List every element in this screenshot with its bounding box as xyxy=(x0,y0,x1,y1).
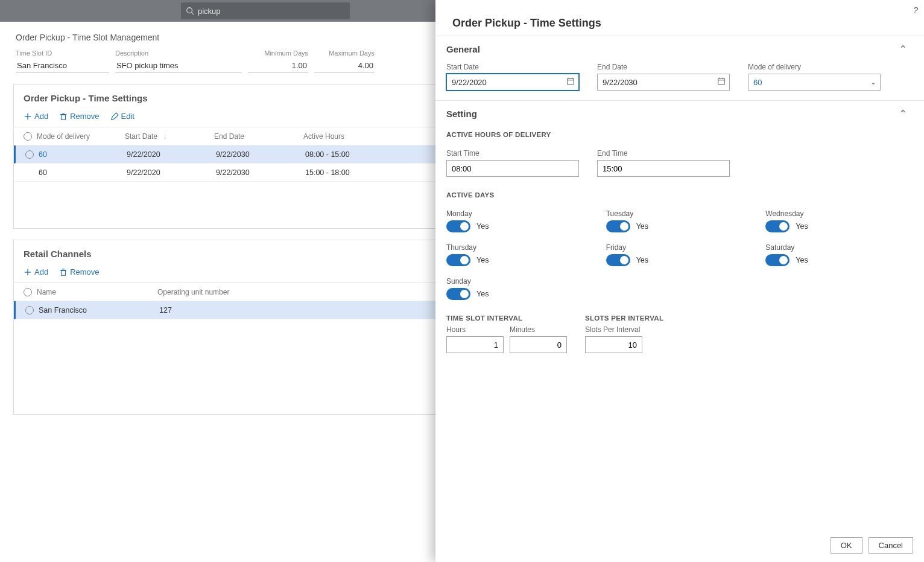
add-channel-label: Add xyxy=(34,267,48,276)
col-mode[interactable]: Mode of delivery xyxy=(37,132,125,141)
toggle-monday-value: Yes xyxy=(476,222,489,231)
toggle-monday[interactable] xyxy=(446,220,470,232)
max-days-label: Maximum Days xyxy=(314,49,375,57)
toggle-sunday[interactable] xyxy=(446,288,470,300)
min-days-value[interactable]: 1.00 xyxy=(248,59,308,73)
svg-rect-4 xyxy=(62,115,66,120)
col-name[interactable]: Name xyxy=(37,288,157,296)
start-date-label: Start Date xyxy=(446,63,579,71)
dialog-footer: OK Cancel xyxy=(435,529,924,562)
section-general-body: Start Date 9/22/2020 End Date 9/22/2030 … xyxy=(435,60,924,100)
col-end[interactable]: End Date xyxy=(214,132,303,141)
plus-icon xyxy=(24,112,32,121)
toggle-wednesday-value: Yes xyxy=(796,222,808,231)
description-value[interactable]: SFO pickup times xyxy=(115,59,242,73)
mode-value: 60 xyxy=(753,78,762,87)
hours-input[interactable] xyxy=(446,336,504,353)
toggle-friday-value: Yes xyxy=(636,256,648,264)
dialog-title: Order Pickup - Time Settings xyxy=(452,17,601,30)
day-sunday: Sunday Yes xyxy=(446,277,588,300)
mode-dropdown[interactable]: 60 ⌄ xyxy=(748,74,881,91)
description-label: Description xyxy=(115,49,242,57)
toggle-wednesday[interactable] xyxy=(765,220,790,232)
pencil-icon xyxy=(110,112,119,121)
slots-heading: SLOTS PER INTERVAL xyxy=(585,315,663,322)
row-hours: 15:00 - 18:00 xyxy=(305,168,378,177)
start-time-label: Start Time xyxy=(446,149,579,158)
section-setting-label: Setting xyxy=(446,109,477,119)
day-monday: Monday Yes xyxy=(446,209,588,232)
search-value: pickup xyxy=(198,7,221,16)
col-hours[interactable]: Active Hours xyxy=(303,132,376,141)
edit-button[interactable]: Edit xyxy=(110,112,134,121)
toggle-friday[interactable] xyxy=(606,254,630,266)
day-tuesday: Tuesday Yes xyxy=(606,209,748,232)
chevron-up-icon: ⌃ xyxy=(899,108,907,119)
timeslot-id-value[interactable]: San Francisco xyxy=(16,59,109,73)
remove-channel-button[interactable]: Remove xyxy=(59,267,99,276)
row-mode[interactable]: 60 xyxy=(39,168,127,177)
end-time-value[interactable] xyxy=(603,164,724,173)
mode-label: Mode of delivery xyxy=(748,63,881,71)
global-search[interactable]: pickup xyxy=(181,2,350,19)
time-settings-dialog: ? Order Pickup - Time Settings General ⌃… xyxy=(435,0,924,562)
ok-button[interactable]: OK xyxy=(831,537,862,554)
toggle-thursday[interactable] xyxy=(446,254,470,266)
svg-rect-12 xyxy=(568,78,574,85)
col-opnum[interactable]: Operating unit number xyxy=(157,288,278,296)
active-hours-heading: ACTIVE HOURS OF DELIVERY xyxy=(446,131,907,138)
toggle-saturday[interactable] xyxy=(765,254,790,266)
slots-value[interactable] xyxy=(590,340,637,350)
max-days-value[interactable]: 4.00 xyxy=(314,59,375,73)
svg-rect-16 xyxy=(718,78,725,85)
col-start-label: Start Date xyxy=(125,132,157,141)
row-radio[interactable] xyxy=(25,150,34,159)
minutes-value[interactable] xyxy=(515,340,562,350)
day-tuesday-label: Tuesday xyxy=(606,209,748,218)
minutes-label: Minutes xyxy=(510,325,567,334)
section-general-header[interactable]: General ⌃ xyxy=(435,36,924,60)
add-button-label: Add xyxy=(34,112,48,121)
svg-line-1 xyxy=(192,13,194,15)
plus-icon xyxy=(24,268,32,276)
sort-down-icon: ↓ xyxy=(163,132,166,141)
edit-button-label: Edit xyxy=(121,112,134,121)
section-setting-body: ACTIVE HOURS OF DELIVERY Start Time End … xyxy=(435,125,924,363)
hours-label: Hours xyxy=(446,325,504,334)
day-wednesday: Wednesday Yes xyxy=(765,209,907,232)
select-all-radio[interactable] xyxy=(24,288,32,296)
toggle-sunday-value: Yes xyxy=(476,290,489,298)
slots-input[interactable] xyxy=(585,336,642,353)
interval-heading: TIME SLOT INTERVAL xyxy=(446,315,567,322)
row-mode[interactable]: 60 xyxy=(39,150,127,159)
chevron-up-icon: ⌃ xyxy=(899,43,907,54)
end-time-input[interactable] xyxy=(597,160,730,177)
row-end: 9/22/2030 xyxy=(216,150,305,159)
search-icon xyxy=(186,7,194,15)
row-radio[interactable] xyxy=(25,306,34,315)
end-date-input[interactable]: 9/22/2030 xyxy=(597,74,730,91)
toggle-tuesday[interactable] xyxy=(606,220,630,232)
day-friday: Friday Yes xyxy=(606,243,748,266)
section-setting-header[interactable]: Setting ⌃ xyxy=(435,101,924,125)
chevron-down-icon: ⌄ xyxy=(870,78,876,86)
start-date-input[interactable]: 9/22/2020 xyxy=(446,74,579,91)
select-all-radio[interactable] xyxy=(24,132,32,141)
help-icon[interactable]: ? xyxy=(913,5,918,15)
day-wednesday-label: Wednesday xyxy=(765,209,907,218)
start-time-value[interactable] xyxy=(452,164,574,173)
remove-button[interactable]: Remove xyxy=(59,112,99,121)
add-button[interactable]: Add xyxy=(24,112,48,121)
col-start[interactable]: Start Date ↓ xyxy=(125,132,214,141)
minutes-input[interactable] xyxy=(510,336,567,353)
row-opnum: 127 xyxy=(159,306,280,315)
cancel-button[interactable]: Cancel xyxy=(869,537,913,554)
hours-value[interactable] xyxy=(452,340,498,350)
add-channel-button[interactable]: Add xyxy=(24,267,48,276)
toggle-tuesday-value: Yes xyxy=(636,222,648,231)
start-time-input[interactable] xyxy=(446,160,579,177)
calendar-icon[interactable] xyxy=(566,77,575,88)
day-monday-label: Monday xyxy=(446,209,588,218)
calendar-icon[interactable] xyxy=(717,77,726,88)
end-time-label: End Time xyxy=(597,149,730,158)
